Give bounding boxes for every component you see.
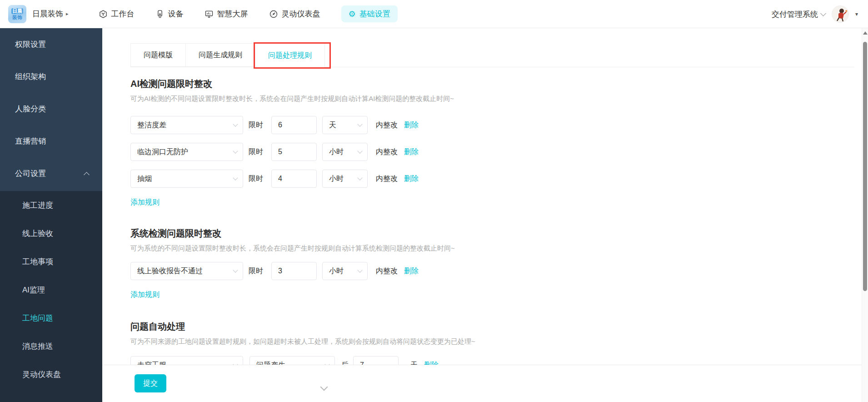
add-rule-link[interactable]: 添加规则: [130, 290, 160, 300]
delete-link[interactable]: 删除: [404, 147, 419, 157]
problem-select-value: 整洁度差: [137, 121, 229, 130]
nav-basic-settings[interactable]: ⚙ 基础设置: [341, 5, 398, 22]
sidebar-subitem-site-problems[interactable]: 工地问题: [0, 304, 102, 332]
duration-input[interactable]: [271, 116, 317, 134]
delete-link[interactable]: 删除: [404, 266, 419, 276]
tab-problem-generation-rules[interactable]: 问题生成规则: [185, 43, 255, 67]
within-rectify-label: 内整改: [376, 266, 398, 276]
problem-select[interactable]: 临边洞口无防护: [130, 143, 243, 161]
device-icon: [155, 10, 165, 19]
chevron-down-icon: [820, 10, 826, 16]
avatar[interactable]: [832, 5, 849, 23]
problem-select[interactable]: 线上验收报告不通过: [130, 262, 243, 280]
sidebar-subitem-message-push[interactable]: 消息推送: [0, 332, 102, 360]
section-desc-auto-handle: 可为不同来源的工地问题设置超时规则，如问题超时未被人工处理，系统则会按规则自动将…: [130, 337, 839, 346]
unit-select[interactable]: 小时: [322, 262, 368, 280]
vertical-scrollbar[interactable]: [862, 28, 868, 402]
duration-input[interactable]: [271, 262, 317, 280]
rule-row: 整洁度差 限时 天 内整改 删除: [130, 116, 839, 134]
rule-row: 抽烟 限时 小时 内整改 删除: [130, 170, 839, 188]
sidebar-subitem-construction-progress[interactable]: 施工进度: [0, 191, 102, 219]
tab-label: 问题生成规则: [199, 50, 242, 60]
tab-problem-handling-rules[interactable]: 问题处理规则: [255, 43, 325, 68]
sidebar-subitem-label: 线上验收: [22, 228, 53, 239]
delete-link[interactable]: 删除: [404, 121, 419, 130]
sidebar-item-live-marketing[interactable]: 直播营销: [0, 125, 102, 157]
duration-input[interactable]: [271, 170, 317, 188]
limit-label: 限时: [249, 174, 263, 184]
nav-device-label: 设备: [168, 9, 184, 19]
sidebar-group-label: 公司设置: [15, 168, 46, 179]
within-rectify-label: 内整改: [376, 174, 398, 184]
delete-link[interactable]: 删除: [404, 174, 419, 184]
tenant-label: 交付管理系统: [772, 9, 818, 20]
chevron-down-icon: [357, 148, 362, 153]
problem-select[interactable]: 抽烟: [130, 170, 243, 188]
sidebar-subitem-label: 工地问题: [22, 313, 53, 323]
problem-select-value: 临边洞口无防护: [137, 147, 229, 157]
nav-smart-screen-label: 智慧大屏: [217, 9, 248, 19]
sidebar-subitem-site-matters[interactable]: 工地事项: [0, 247, 102, 276]
sidebar-group-company-settings[interactable]: 公司设置: [0, 157, 102, 190]
chevron-down-icon: [357, 175, 362, 180]
sidebar-item-face-classification[interactable]: 人脸分类: [0, 93, 102, 125]
company-logo[interactable]: 日晨 装饰: [8, 5, 26, 23]
tab-problem-template[interactable]: 问题模版: [130, 43, 186, 67]
tenant-switcher[interactable]: 交付管理系统: [772, 9, 825, 20]
problem-select[interactable]: 整洁度差: [130, 116, 243, 134]
topbar: 日晨 装饰 日晨装饰 ▸ 工作台: [0, 0, 868, 28]
nav-smart-screen[interactable]: 智慧大屏: [205, 9, 248, 19]
section-title-ai-rectify: AI检测问题限时整改: [130, 77, 839, 90]
submit-button[interactable]: 提交: [135, 374, 166, 392]
sidebar-item-label: 组织架构: [15, 71, 46, 82]
chevron-down-icon: [357, 121, 362, 126]
sidebar-subitem-online-acceptance[interactable]: 线上验收: [0, 219, 102, 247]
unit-select-value: 天: [329, 121, 354, 130]
section-title-auto-handle: 问题自动处理: [130, 320, 839, 333]
sidebar-subitem-ai-supervision[interactable]: AI监理: [0, 276, 102, 304]
sidebar-subitem-dashboard[interactable]: 灵动仪表盘: [0, 360, 102, 388]
section-desc-ai-rectify: 可为AI检测的不同问题设置限时整改时长，系统会在问题产生时按规则自动计算AI检测…: [130, 94, 839, 103]
add-rule-link[interactable]: 添加规则: [130, 198, 160, 207]
rule-row: 线上验收报告不通过 限时 小时 内整改 删除: [130, 262, 839, 280]
nav-workbench[interactable]: 工作台: [99, 9, 135, 19]
account-caret-icon[interactable]: ▾: [855, 11, 858, 17]
nav-dashboard[interactable]: 灵动仪表盘: [269, 9, 320, 19]
sidebar-item-label: 直播营销: [15, 136, 46, 146]
chevron-down-icon: [233, 148, 238, 153]
sidebar-item-permission-settings[interactable]: 权限设置: [0, 28, 102, 60]
app-root: 日晨 装饰 日晨装饰 ▸ 工作台: [0, 0, 868, 402]
limit-label: 限时: [249, 147, 263, 157]
scrollbar-thumb[interactable]: [863, 42, 867, 291]
company-name[interactable]: 日晨装饰: [32, 9, 63, 19]
sidebar-subitem-label: 灵动仪表盘: [22, 369, 61, 380]
gear-icon: ⚙: [349, 10, 356, 18]
logo-text-top: 日晨: [11, 8, 23, 14]
sidebar-item-label: 人脸分类: [15, 104, 46, 114]
sidebar-subitem-label: AI监理: [22, 285, 45, 295]
workbench-icon: [99, 10, 108, 19]
rule-row: 临边洞口无防护 限时 小时 内整改 删除: [130, 143, 839, 161]
unit-select[interactable]: 天: [322, 116, 368, 134]
unit-select-value: 小时: [329, 174, 354, 184]
nav-device[interactable]: 设备: [155, 9, 184, 19]
unit-select-value: 小时: [329, 147, 354, 157]
topbar-right: 交付管理系统 ▾: [772, 0, 858, 28]
nav-workbench-label: 工作台: [111, 9, 135, 19]
unit-select[interactable]: 小时: [322, 170, 368, 188]
tabs-bar: 问题模版 问题生成规则 问题处理规则: [130, 43, 854, 67]
main-content: 问题模版 问题生成规则 问题处理规则 AI检测问题限时整改 可为AI检测的不同问…: [102, 28, 862, 402]
company-caret-icon[interactable]: ▸: [66, 11, 69, 17]
scroll-up-arrow-icon[interactable]: [863, 31, 868, 35]
nav-basic-settings-label: 基础设置: [359, 9, 390, 19]
sidebar-subitem-label: 施工进度: [22, 200, 53, 211]
unit-select[interactable]: 小时: [322, 143, 368, 161]
tab-label: 问题处理规则: [268, 51, 312, 60]
sidebar-item-org-structure[interactable]: 组织架构: [0, 60, 102, 93]
collapse-chevron-icon[interactable]: [320, 383, 328, 391]
footer-bar: 提交: [102, 365, 862, 402]
duration-input[interactable]: [271, 143, 317, 161]
unit-select-value: 小时: [329, 266, 354, 276]
chevron-up-icon: [84, 172, 90, 178]
chevron-down-icon: [357, 267, 362, 272]
